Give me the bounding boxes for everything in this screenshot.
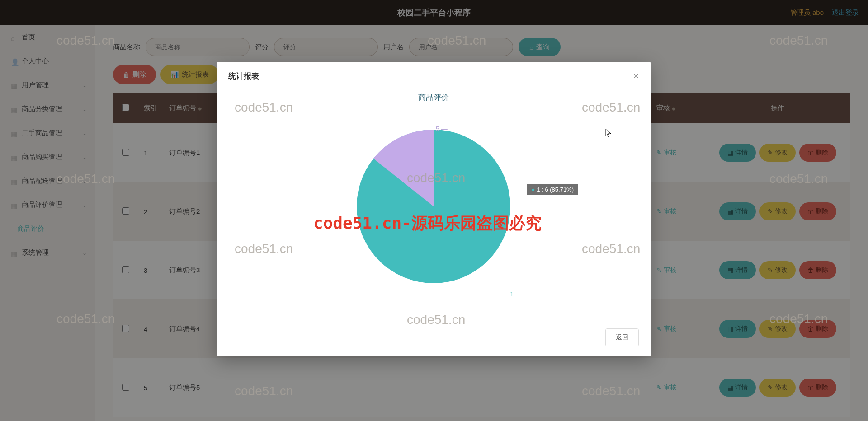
stats-modal: 统计报表 × 商品评价 5 — — 1 1 : 6 (85.71%) 返回 xyxy=(217,62,651,356)
modal-title: 统计报表 xyxy=(228,71,259,81)
chart-title: 商品评价 xyxy=(228,92,639,103)
cursor-icon xyxy=(605,129,613,140)
pie-chart: 5 — — 1 1 : 6 (85.71%) xyxy=(352,130,515,292)
modal-footer: 返回 xyxy=(217,324,651,356)
modal-header: 统计报表 × xyxy=(217,62,651,88)
back-button[interactable]: 返回 xyxy=(605,328,639,346)
modal-body: 商品评价 5 — — 1 1 : 6 (85.71%) xyxy=(217,88,651,324)
close-icon[interactable]: × xyxy=(633,71,639,81)
slice-label-5: 5 — xyxy=(436,125,448,132)
slice-label-1: — 1 xyxy=(502,290,514,298)
chart-tooltip: 1 : 6 (85.71%) xyxy=(527,184,578,195)
